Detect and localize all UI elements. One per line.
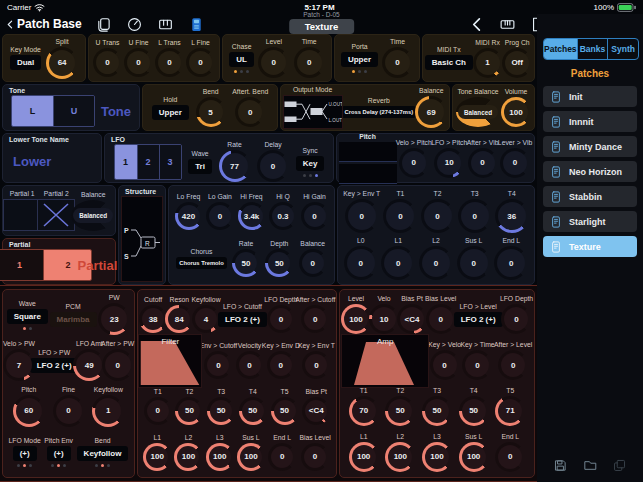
patch-item-texture[interactable]: Texture [543,236,637,257]
partial-filter-filter-envelope-display[interactable]: Filter [138,334,202,388]
chevron-left-icon[interactable] [470,17,485,32]
back-button[interactable]: Patch Base [6,17,82,32]
partial-filter-t2-knob[interactable]: 50 [175,397,203,425]
partial-amp-lfo-depth-knob[interactable]: 0 [501,304,531,334]
porta-porta-button[interactable]: Upper [341,52,378,67]
partial-filter-lfo-depth-knob[interactable]: 0 [267,305,295,333]
midi-midi-rx-knob[interactable]: 1 [473,48,503,78]
eq-chorus-hi-gain-knob[interactable]: 0 [301,202,329,230]
chase-level-knob[interactable]: 0 [258,47,289,78]
lfo-segment-1[interactable]: 1 [115,145,137,179]
partial-filter-l2-knob[interactable]: 100 [174,443,202,471]
tone-envelope-l2-knob[interactable]: 0 [419,246,453,280]
partial-amp-level-knob[interactable]: 100 [341,304,371,334]
tone-select-segment-l[interactable]: L [12,96,53,126]
piano-icon[interactable] [158,17,173,32]
partial-filter-key-env-t-knob[interactable]: 0 [302,351,330,379]
partial-amp-t2-knob[interactable]: 50 [385,396,415,426]
partial-amp-bias-level-knob[interactable]: 0 [426,304,456,334]
tone-envelope-key-env-t-knob[interactable]: 0 [345,199,379,233]
partial-wave-keyfollow-knob[interactable]: 1 [92,395,124,427]
partial-amp-t5-knob[interactable]: 71 [495,396,525,426]
partial-filter-t4-knob[interactable]: 50 [239,397,267,425]
tone-envelope-end-l-knob[interactable]: 0 [494,246,528,280]
eq-chorus-lo-gain-knob[interactable]: 0 [206,202,234,230]
tone-envelope-sus-l-knob[interactable]: 0 [457,246,491,280]
partial-wave-bend-page-dots[interactable] [95,464,110,467]
partial-wave-pitch-env-button[interactable]: (+) [47,446,71,461]
tone-envelope-l1-knob[interactable]: 0 [381,246,415,280]
folder-icon[interactable] [584,459,597,472]
eq-chorus-balance-knob[interactable]: 0 [299,249,327,277]
partial-amp-velo-knob[interactable]: 10 [369,304,399,334]
lfo-sync-button[interactable]: Key [296,156,325,171]
partial-wave-lfo-mode-page-dots[interactable] [17,464,32,467]
partial-filter-end-l-knob[interactable]: 0 [268,443,296,471]
patch-item-stabbin[interactable]: Stabbin [543,186,637,207]
partial-filter-env-cutoff-knob[interactable]: 0 [204,351,232,379]
midi-prog-ch-knob[interactable]: Off [502,48,532,78]
partial-wave-fine-knob[interactable]: 0 [53,395,85,427]
patch-item-innnit[interactable]: Innnit [543,111,637,132]
eq-chorus-lo-freq-knob[interactable]: 420 [175,202,203,230]
partial-wave-pitch-env-page-dots[interactable] [51,464,66,467]
partial-wave-pitch-knob[interactable]: 60 [13,395,45,427]
partials-partial-2-display[interactable] [37,199,75,231]
porta-time-knob[interactable]: 0 [382,47,413,78]
pitch-envelope-display-2[interactable] [339,164,397,184]
save-icon[interactable] [554,459,567,472]
tone-select-segment-u[interactable]: U [53,96,94,126]
tab-synth[interactable]: Synth [607,39,638,59]
pitch-lever-vib-knob[interactable]: 0 [500,148,530,178]
partial-wave-after-pw-knob[interactable]: 0 [102,349,134,381]
partial-filter-l3-knob[interactable]: 100 [206,443,234,471]
partial-amp-l3-knob[interactable]: 100 [422,442,452,472]
partial-filter-cutoff-knob[interactable]: 38 [139,305,167,333]
partial-filter-t1-knob[interactable]: 0 [144,397,172,425]
patch-item-starlight[interactable]: Starlight [543,211,637,232]
pages-icon[interactable] [96,17,111,32]
porta-porta-page-dots[interactable] [352,70,367,73]
partial-filter-reson-knob[interactable]: 84 [165,305,193,333]
output-reverb-balance-knob[interactable]: 69 [415,96,447,128]
tab-banks[interactable]: Banks [577,39,608,59]
partial-wave-pcm-button[interactable]: Marimba [50,312,97,327]
partials-partial-1-display[interactable] [3,199,41,231]
output-reverb-reverb-button[interactable]: Cross Delay (274-137ms) [341,106,416,118]
hold-bend-aftert-bend-knob[interactable]: 0 [235,97,265,127]
eq-chorus-rate-knob[interactable]: 50 [232,249,260,277]
patch-item-minty-dance[interactable]: Minty Dance [543,136,637,157]
partial-amp-sus-l-knob[interactable]: 100 [459,442,489,472]
patch-item-neo-horizon[interactable]: Neo Horizon [543,161,637,182]
transpose-fine-l-trans-knob[interactable]: 0 [155,48,184,77]
partial-filter-bias-pt-knob[interactable]: <C4 [302,397,330,425]
lfo-segment-2[interactable]: 2 [137,145,159,179]
partial-amp-l1-knob[interactable]: 100 [349,442,379,472]
partial-wave-lfo-mode-button[interactable]: (+) [13,446,37,461]
patch-name-button[interactable]: Texture [289,19,355,34]
partial-amp-amp-envelope-display[interactable]: Amp [341,334,429,388]
lfo-sync-page-dots[interactable] [303,174,318,177]
partial-wave-wave-page-dots[interactable] [23,327,32,330]
tone-envelope-l0-knob[interactable]: 0 [344,246,378,280]
partial-filter-sus-l-knob[interactable]: 100 [237,443,265,471]
partial-amp-t1-knob[interactable]: 70 [349,396,379,426]
pitch-velo-pitch-knob[interactable]: 0 [399,148,429,178]
hold-bend-hold-button[interactable]: Upper [152,105,189,120]
tone-envelope-t3-knob[interactable]: 0 [458,199,492,233]
partial-select-segment-1[interactable]: 1 [0,250,43,280]
tone-envelope-t2-knob[interactable]: 0 [421,199,455,233]
tab-patches[interactable]: Patches [544,39,577,59]
output-mode-display[interactable]: U.OUTL.OUT [283,95,343,129]
transpose-fine-u-fine-knob[interactable]: 0 [124,48,153,77]
partial-amp-lfo-level-button[interactable]: LFO 2 (+) [454,312,503,327]
eq-chorus-hi-q-knob[interactable]: 0.3 [269,202,297,230]
partial-wave-wave-button[interactable]: Square [7,309,48,324]
hold-bend-bend-knob[interactable]: 5 [196,97,226,127]
partial-filter-lfo-cutoff-button[interactable]: LFO 2 (+) [218,312,267,327]
balance-volume-volume-knob[interactable]: 100 [501,97,531,127]
balance-volume-tone-balance-knob[interactable]: Balanced [456,97,500,127]
lfo-wave-button[interactable]: Tri [188,159,212,174]
lfo-rate-knob[interactable]: 77 [219,150,251,182]
key-mode-split-knob[interactable]: 64 [46,47,78,79]
